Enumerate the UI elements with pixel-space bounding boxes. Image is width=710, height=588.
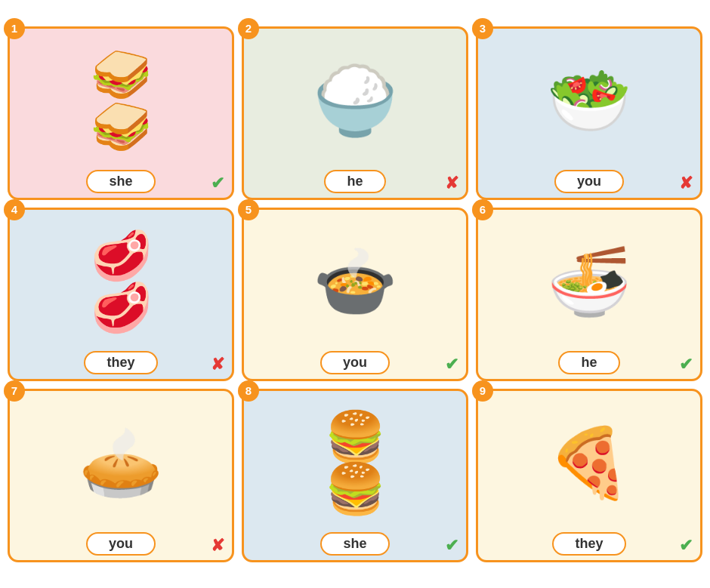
card-label-1: she xyxy=(86,170,155,193)
card-food-9: 🍕 xyxy=(486,399,693,528)
card-mark-8: ✔ xyxy=(445,536,458,556)
card-9: 9🍕they✔ xyxy=(476,389,702,562)
card-footer-9: they✔ xyxy=(486,532,693,556)
card-label-2: he xyxy=(324,170,385,193)
card-number-6: 6 xyxy=(472,199,493,220)
card-label-4: they xyxy=(84,351,157,374)
card-label-3: you xyxy=(554,170,624,193)
card-2: 2🍚he✘ xyxy=(242,26,468,200)
card-food-4: 🥩🥩 xyxy=(17,217,224,346)
card-number-3: 3 xyxy=(472,18,493,39)
card-food-1: 🥪🥪 xyxy=(17,36,224,165)
card-6: 6🍜he✔ xyxy=(476,208,702,381)
card-label-8: she xyxy=(320,532,389,556)
card-number-4: 4 xyxy=(4,199,25,220)
card-footer-4: they✘ xyxy=(17,351,224,374)
card-number-2: 2 xyxy=(238,18,259,39)
card-footer-3: you✘ xyxy=(486,170,693,193)
card-footer-7: you✘ xyxy=(17,532,224,556)
card-mark-2: ✘ xyxy=(445,174,458,193)
card-footer-1: she✔ xyxy=(17,170,224,193)
card-food-8: 🍔🍔 xyxy=(252,399,458,528)
card-food-6: 🍜 xyxy=(486,217,693,346)
food-emoji-2: 🍚 xyxy=(313,61,397,140)
card-label-5: you xyxy=(320,351,390,374)
food-emoji-5: 🍲 xyxy=(313,242,397,322)
card-4: 4🥩🥩they✘ xyxy=(8,208,234,381)
card-mark-6: ✔ xyxy=(679,355,693,374)
food-emoji-1: 🥪🥪 xyxy=(91,50,152,151)
card-number-1: 1 xyxy=(4,18,25,39)
food-emoji-7: 🥧 xyxy=(79,423,163,503)
card-label-7: you xyxy=(86,532,156,556)
card-food-7: 🥧 xyxy=(17,399,224,528)
food-emoji-8: 🍔🍔 xyxy=(325,412,386,513)
food-emoji-4: 🥩🥩 xyxy=(91,231,152,332)
card-footer-6: he✔ xyxy=(486,351,693,374)
card-footer-8: she✔ xyxy=(252,532,458,556)
food-emoji-6: 🍜 xyxy=(547,242,631,322)
card-mark-3: ✘ xyxy=(679,174,693,193)
card-number-9: 9 xyxy=(472,380,493,402)
card-mark-9: ✔ xyxy=(679,536,693,556)
card-footer-2: he✘ xyxy=(252,170,458,193)
card-number-5: 5 xyxy=(238,199,259,220)
card-mark-7: ✘ xyxy=(211,536,224,556)
food-grid: 1🥪🥪she✔2🍚he✘3🥗you✘4🥩🥩they✘5🍲you✔6🍜he✔7🥧y… xyxy=(0,19,710,570)
card-mark-4: ✘ xyxy=(211,355,224,374)
card-8: 8🍔🍔she✔ xyxy=(242,389,468,562)
card-food-3: 🥗 xyxy=(486,36,693,165)
card-number-8: 8 xyxy=(238,380,259,402)
card-mark-1: ✔ xyxy=(211,174,224,193)
card-5: 5🍲you✔ xyxy=(242,208,468,381)
card-3: 3🥗you✘ xyxy=(476,26,702,200)
card-food-5: 🍲 xyxy=(252,217,458,346)
food-emoji-3: 🥗 xyxy=(547,61,631,140)
card-label-6: he xyxy=(558,351,619,374)
card-label-9: they xyxy=(552,532,625,556)
food-emoji-9: 🍕 xyxy=(547,423,631,503)
card-footer-5: you✔ xyxy=(252,351,458,374)
card-7: 7🥧you✘ xyxy=(8,389,234,562)
card-food-2: 🍚 xyxy=(252,36,458,165)
card-1: 1🥪🥪she✔ xyxy=(8,26,234,200)
card-mark-5: ✔ xyxy=(445,355,458,374)
card-number-7: 7 xyxy=(4,380,25,402)
